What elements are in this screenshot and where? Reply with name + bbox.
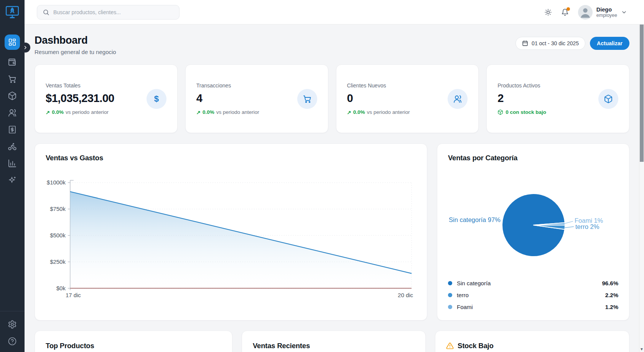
calendar-icon	[522, 40, 528, 46]
gear-icon	[8, 320, 17, 329]
cart-icon	[297, 89, 317, 109]
recent-sales-card: Ventas Recientes	[242, 331, 426, 352]
bar-chart-icon	[8, 159, 17, 168]
stat-value: 4	[196, 92, 259, 105]
legend-dot	[448, 281, 452, 285]
sales-by-category-pie-chart: Sin categoría 97%Foami 1%terro 2%	[448, 164, 619, 276]
date-range-button[interactable]: 01 oct - 30 dic 2025	[516, 37, 585, 50]
refresh-button[interactable]: Actualizar	[590, 37, 629, 50]
stat-value: 2	[497, 92, 546, 105]
sidebar-nav	[5, 35, 20, 185]
pie-legend: Sin categoría 96.6% terro 2.2% Foami 1.2…	[448, 277, 618, 313]
stat-card-transacciones: Transacciones 4 ↗ 0.0% vs periodo anteri…	[185, 64, 328, 133]
scrollbar[interactable]: ▼	[639, 25, 644, 352]
chevron-down-icon	[621, 9, 627, 15]
search-icon	[43, 9, 49, 16]
stat-trend: ↗ 0.0% vs periodo anterior	[196, 109, 259, 115]
theme-toggle-button[interactable]	[544, 8, 552, 16]
chart-title: Ventas por Categoría	[448, 154, 618, 162]
trend-up-icon: ↗	[196, 109, 201, 115]
sidebar-item-settings[interactable]	[8, 320, 17, 329]
svg-text:17 dic: 17 dic	[66, 292, 81, 298]
sidebar-item-cart[interactable]	[8, 74, 17, 84]
sidebar-item-package[interactable]	[8, 91, 17, 100]
sidebar-footer	[0, 311, 25, 352]
scrollbar-thumb[interactable]	[640, 25, 644, 162]
svg-text:$250k: $250k	[50, 258, 66, 265]
user-name: Diego	[596, 7, 617, 13]
user-meta: Diego employee	[596, 7, 617, 18]
package-icon	[598, 89, 618, 109]
trend-up-icon: ↗	[347, 109, 351, 115]
sidebar-divider	[0, 311, 25, 311]
svg-text:Sin categoría 97%: Sin categoría 97%	[449, 216, 501, 223]
stat-trend: ↗ 0.0% vs periodo anterior	[46, 109, 114, 115]
user-role: employee	[596, 13, 617, 18]
legend-dot	[448, 293, 452, 297]
svg-text:20 dic: 20 dic	[398, 292, 413, 298]
svg-text:$750k: $750k	[50, 206, 66, 212]
notification-badge	[567, 7, 570, 11]
sidebar-item-delivery[interactable]	[8, 142, 17, 151]
package-icon	[8, 91, 17, 100]
notifications-button[interactable]	[561, 8, 569, 16]
package-icon	[497, 109, 503, 115]
sidebar-item-reports[interactable]	[8, 159, 17, 168]
page-title: Dashboard	[35, 35, 116, 46]
stat-value: 0	[347, 92, 410, 105]
chart-title: Ventas vs Gastos	[46, 154, 416, 162]
sales-vs-expenses-card: Ventas vs Gastos $1000k$750k$500k$250k$0…	[35, 143, 427, 321]
users-icon	[448, 89, 468, 109]
sidebar-item-invoice[interactable]	[8, 125, 17, 134]
legend-item: terro 2.2%	[448, 289, 618, 301]
sidebar-item-wallet[interactable]	[8, 58, 17, 67]
bottom-row: Top Productos Ventas Recientes Stock Baj…	[35, 331, 629, 352]
date-range-label: 01 oct - 30 dic 2025	[532, 40, 579, 46]
stat-label: Ventas Totales	[46, 82, 114, 89]
stat-label: Productos Activos	[497, 82, 546, 89]
top-products-card: Top Productos	[35, 331, 232, 352]
card-title: Top Productos	[46, 342, 94, 350]
stats-row: Ventas Totales $1,035,231.00 ↗ 0.0% vs p…	[35, 64, 629, 133]
sidebar	[0, 0, 25, 352]
svg-text:$0k: $0k	[56, 285, 66, 291]
sparkles-icon	[8, 176, 17, 185]
receipt-dollar-icon	[8, 125, 17, 134]
help-circle-icon	[8, 337, 17, 346]
wallet-icon	[8, 58, 17, 67]
charts-row: Ventas vs Gastos $1000k$750k$500k$250k$0…	[35, 143, 629, 321]
topbar-actions: Diego employee	[544, 5, 627, 20]
scrollbar-down-arrow[interactable]: ▼	[639, 347, 644, 351]
sidebar-expand-button[interactable]	[20, 43, 30, 53]
legend-dot	[448, 305, 452, 309]
stat-label: Transacciones	[196, 82, 259, 89]
sidebar-item-dashboard[interactable]	[5, 35, 20, 50]
dashboard-grid-icon	[8, 38, 16, 46]
stat-label: Clientes Nuevos	[347, 82, 410, 89]
rocket-monitor-logo-icon	[5, 5, 20, 20]
sidebar-item-ai[interactable]	[8, 176, 17, 185]
svg-text:$1000k: $1000k	[47, 179, 66, 186]
svg-text:terro 2%: terro 2%	[575, 223, 600, 230]
app-logo[interactable]	[0, 0, 25, 25]
low-stock-badge: 0 con stock bajo	[497, 109, 546, 115]
chevron-right-icon	[23, 45, 28, 50]
trend-up-icon: ↗	[46, 109, 50, 115]
search-box	[37, 5, 180, 20]
stat-value: $1,035,231.00	[46, 92, 114, 105]
bike-icon	[8, 142, 17, 151]
dollar-icon: $	[147, 89, 166, 109]
legend-item: Foami 1.2%	[448, 301, 618, 313]
avatar	[578, 5, 593, 20]
shopping-cart-icon	[8, 74, 17, 84]
user-menu[interactable]: Diego employee	[578, 5, 627, 20]
sidebar-item-users[interactable]	[8, 108, 17, 117]
sidebar-item-help[interactable]	[8, 337, 17, 346]
search-input[interactable]	[53, 9, 174, 15]
legend-item: Sin categoría 96.6%	[448, 277, 618, 289]
page-subtitle: Resumen general de tu negocio	[35, 49, 116, 55]
sales-vs-expenses-chart: $1000k$750k$500k$250k$0k17 dic20 dic	[46, 171, 416, 306]
users-icon	[8, 108, 17, 117]
warning-triangle-icon	[446, 342, 454, 350]
card-title: Ventas Recientes	[253, 342, 310, 350]
